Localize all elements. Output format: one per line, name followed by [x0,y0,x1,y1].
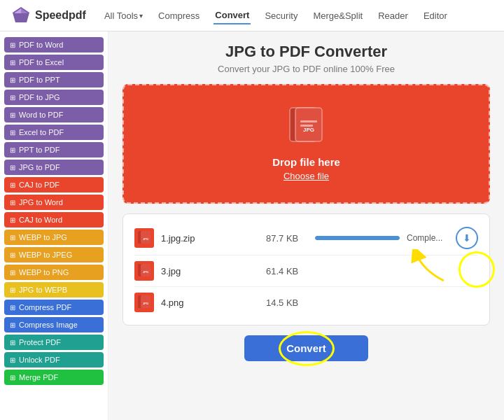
sidebar-btn-webp-to-png[interactable]: ⊞WEBP to PNG [4,265,104,280]
file-row: JPG1.jpg.zip87.7 KBComple...⬇ [134,221,478,255]
sidebar-btn-excel-to-pdf[interactable]: ⊞Excel to PDF [4,125,104,140]
file-row: JPG4.png14.5 KB [134,287,478,318]
sidebar-btn-pdf-to-excel[interactable]: ⊞PDF to Excel [4,55,104,70]
file-size: 87.7 KB [266,233,308,244]
sidebar-btn-icon: ⊞ [10,129,15,136]
convert-wrap: Convert [122,335,490,361]
sidebar-btn-caj-to-word[interactable]: ⊞CAJ to Word [4,212,104,227]
sidebar-btn-pdf-to-ppt[interactable]: ⊞PDF to PPT [4,72,104,88]
svg-rect-7 [300,125,313,127]
drop-text: Drop file here [272,156,340,168]
sidebar-btn-label: WEBP to JPEG [19,251,72,259]
svg-text:JPG: JPG [302,127,314,133]
sidebar-btn-icon: ⊞ [10,269,15,276]
main-layout: ⊞PDF to Word⊞PDF to Excel⊞PDF to PPT⊞PDF… [0,31,504,420]
file-size: 61.4 KB [266,266,308,276]
sidebar-btn-label: Compress PDF [19,303,71,312]
nav-reader[interactable]: Reader [377,8,410,24]
sidebar-btn-label: CAJ to PDF [19,181,59,189]
sidebar-btn-label: PDF to JPG [19,93,60,102]
svg-marker-1 [21,8,28,13]
sidebar-btn-label: JPG to PDF [19,163,60,172]
svg-text:JPG: JPG [143,302,148,305]
svg-rect-6 [300,120,317,122]
download-button[interactable]: ⬇ [456,227,478,249]
file-list: JPG1.jpg.zip87.7 KBComple...⬇JPG3.jpg61.… [122,214,490,326]
sidebar-btn-label: CAJ to Word [19,216,62,224]
sidebar-btn-icon: ⊞ [10,59,15,66]
svg-text:JPG: JPG [143,237,148,241]
sidebar-btn-icon: ⊞ [10,94,15,102]
sidebar-btn-label: Merge PDF [19,373,58,382]
file-status: Comple... [407,233,449,243]
sidebar-btn-icon: ⊞ [10,164,15,172]
sidebar-btn-pdf-to-word[interactable]: ⊞PDF to Word [4,37,104,52]
nav-convert[interactable]: Convert [214,7,251,24]
content-area: JPG to PDF Converter Convert your JPG to… [108,31,504,420]
sidebar-btn-webp-to-jpeg[interactable]: ⊞WEBP to JPEG [4,247,104,262]
drop-zone[interactable]: JPG Drop file here Choose file [122,84,490,204]
sidebar-btn-icon: ⊞ [10,41,15,49]
sidebar-btn-merge-pdf[interactable]: ⊞Merge PDF [4,370,104,385]
sidebar-btn-label: PDF to PPT [19,76,60,84]
sidebar-btn-ppt-to-pdf[interactable]: ⊞PPT to PDF [4,142,104,158]
sidebar-btn-jpg-to-word[interactable]: ⊞JPG to Word [4,195,104,210]
sidebar-btn-icon: ⊞ [10,76,15,84]
file-thumbnail: JPG [134,261,154,281]
svg-marker-2 [14,8,21,13]
sidebar-btn-icon: ⊞ [10,216,15,224]
nav-merge-split[interactable]: Merge&Split [312,8,364,24]
convert-button[interactable]: Convert [244,335,368,361]
file-size: 14.5 KB [266,298,308,308]
chevron-down-icon: ▾ [139,12,143,20]
sidebar-btn-label: Protect PDF [19,338,61,346]
sidebar-btn-label: Compress Image [19,321,78,329]
nav-security[interactable]: Security [263,8,299,24]
file-name: 1.jpg.zip [161,233,259,244]
sidebar-btn-label: Word to PDF [19,111,63,119]
choose-file-link[interactable]: Choose file [284,171,329,181]
sidebar-btn-compress-image[interactable]: ⊞Compress Image [4,317,104,332]
sidebar-btn-icon: ⊞ [10,181,15,189]
nav: All Tools ▾ Compress Convert Security Me… [103,7,449,24]
sidebar-btn-jpg-to-pdf[interactable]: ⊞JPG to PDF [4,160,104,175]
file-row: JPG3.jpg61.4 KB [134,255,478,287]
page-subtitle: Convert your JPG to PDF online 100% Free [122,64,490,74]
sidebar-btn-label: JPG to Word [19,198,63,206]
sidebar-btn-compress-pdf[interactable]: ⊞Compress PDF [4,300,104,315]
file-name: 3.jpg [161,266,259,276]
file-icon: JPG [288,106,325,149]
header: Speedpdf All Tools ▾ Compress Convert Se… [0,0,504,31]
sidebar-btn-label: WEBP to PNG [19,268,69,276]
nav-all-tools[interactable]: All Tools ▾ [103,8,144,24]
logo: Speedpdf [11,6,86,25]
sidebar-btn-caj-to-pdf[interactable]: ⊞CAJ to PDF [4,177,104,192]
page-title: JPG to PDF Converter [122,43,490,61]
sidebar-btn-icon: ⊞ [10,111,15,119]
sidebar-btn-word-to-pdf[interactable]: ⊞Word to PDF [4,107,104,122]
sidebar-btn-icon: ⊞ [10,146,15,154]
nav-compress[interactable]: Compress [157,8,201,24]
sidebar-btn-icon: ⊞ [10,234,15,241]
nav-editor[interactable]: Editor [422,8,449,24]
sidebar-btn-label: PDF to Word [19,41,63,49]
sidebar-btn-pdf-to-jpg[interactable]: ⊞PDF to JPG [4,90,104,105]
sidebar-btn-unlock-pdf[interactable]: ⊞Unlock PDF [4,352,104,368]
file-thumbnail: JPG [134,228,154,248]
sidebar-btn-icon: ⊞ [10,321,15,329]
progress-bar-fill [315,236,400,240]
sidebar-btn-icon: ⊞ [10,374,15,382]
sidebar-btn-label: Excel to PDF [19,128,64,136]
sidebar-btn-label: Unlock PDF [19,356,60,364]
progress-bar [315,236,400,240]
sidebar-btn-jpg-to-wepb[interactable]: ⊞JPG to WEPB [4,282,104,298]
sidebar-btn-icon: ⊞ [10,339,15,346]
sidebar-btn-icon: ⊞ [10,356,15,364]
sidebar-btn-label: PPT to PDF [19,146,59,154]
logo-icon [11,6,31,25]
sidebar-btn-icon: ⊞ [10,251,15,259]
sidebar-btn-label: PDF to Excel [19,58,64,66]
sidebar-btn-icon: ⊞ [10,199,15,206]
sidebar-btn-protect-pdf[interactable]: ⊞Protect PDF [4,335,104,350]
sidebar-btn-webp-to-jpg[interactable]: ⊞WEBP to JPG [4,230,104,245]
